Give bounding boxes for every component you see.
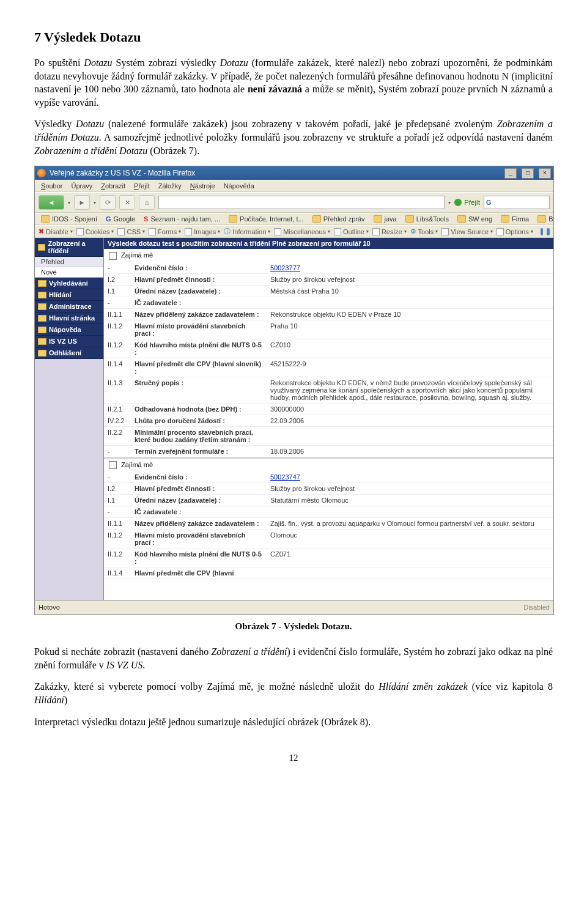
menubar-item[interactable]: Nápověda	[221, 182, 257, 190]
bookmark-item[interactable]: GGoogle	[103, 215, 138, 223]
table-row: II.1.4Hlavní předmět dle CPV (hlavní slo…	[104, 358, 553, 377]
paragraph-3: Pokud si necháte zobrazit (nastavení dan…	[34, 645, 553, 671]
bookmark-item[interactable]: Přehled zpráv	[310, 215, 367, 223]
row-value: 18.09.2006	[267, 445, 553, 457]
sidebar-head-isvz[interactable]: IS VZ US	[35, 336, 103, 347]
row-label: Hlavní předmět činnosti :	[131, 273, 267, 285]
devtool-item[interactable]: ✖Disable▾	[39, 227, 73, 235]
sidebar-head-odhlaseni[interactable]: Odhlášení	[35, 347, 103, 359]
table-row: II.1.3Stručný popis :Rekonstrukce objekt…	[104, 377, 553, 403]
row-key: II.1.1	[104, 308, 131, 320]
page-content: Zobrazení a třídění Přehled Nové Vyhledá…	[35, 238, 553, 600]
menubar-item[interactable]: Záložky	[156, 182, 184, 190]
paragraph-2: Výsledky Dotazu (nalezené formuláře zaká…	[34, 117, 553, 157]
indicator-icon	[541, 228, 544, 235]
row-key: -	[104, 297, 131, 308]
maximize-button[interactable]: □	[522, 168, 534, 179]
record-1-table: -Evidenční číslo :50023777I.2Hlavní před…	[104, 262, 553, 457]
zajima-row: Zajímá mě	[104, 249, 553, 262]
bookmark-item[interactable]: SW eng	[455, 215, 495, 223]
devtool-item[interactable]: View Source▾	[441, 228, 493, 235]
sidebar-head-hlavni[interactable]: Hlavní stránka	[35, 312, 103, 324]
go-button[interactable]: Přejít	[454, 199, 480, 206]
close-button[interactable]: ×	[539, 168, 551, 179]
zajima-checkbox[interactable]	[109, 461, 117, 469]
sidebar-head-napoveda[interactable]: Nápověda	[35, 324, 103, 336]
devtool-item[interactable]: Images▾	[185, 228, 220, 235]
devtool-item[interactable]: Miscellaneous▾	[274, 228, 330, 235]
devtool-item[interactable]: Forms▾	[149, 228, 181, 235]
row-key: II.1.4	[104, 358, 131, 377]
row-key: II.2.1	[104, 403, 131, 415]
bookmark-item[interactable]: java	[371, 215, 399, 223]
evidence-link[interactable]: 50023777	[270, 264, 300, 272]
home-button[interactable]: ⌂	[139, 195, 155, 210]
menubar-item[interactable]: Zobrazit	[98, 182, 128, 190]
row-key: II.1.3	[104, 377, 131, 403]
bookmarks-toolbar: IDOS - Spojení GGoogle SSeznam - najdu t…	[35, 213, 553, 225]
table-row: II.1.4Hlavní předmět dle CPV (hlavní	[104, 567, 553, 579]
row-label: Stručný popis :	[131, 377, 267, 403]
search-box[interactable]: G	[484, 196, 550, 209]
figure-caption: Obrázek 7 - Výsledek Dotazu.	[34, 621, 553, 632]
row-key: II.1.1	[104, 518, 131, 530]
row-value: 300000000	[267, 403, 553, 415]
table-row: II.1.2Kód hlavního místa plnění dle NUTS…	[104, 339, 553, 358]
sidebar-sub-prehled[interactable]: Přehled	[35, 257, 103, 267]
menubar-item[interactable]: Nástroje	[188, 182, 218, 190]
address-bar[interactable]	[158, 196, 445, 209]
row-value: Praha 10	[267, 320, 553, 339]
sidebar-head-administrace[interactable]: Administrace	[35, 301, 103, 312]
status-right: Disabled	[523, 604, 550, 611]
row-value	[267, 426, 553, 445]
row-label: IČ zadavatele :	[131, 297, 267, 308]
forward-button[interactable]: ►	[74, 195, 90, 210]
menubar-item[interactable]: Soubor	[39, 182, 65, 190]
row-label: Lhůta pro doručení žádostí :	[131, 415, 267, 426]
zajima-checkbox[interactable]	[109, 252, 117, 260]
row-value: Služby pro širokou veřejnost	[267, 483, 553, 495]
menubar-item[interactable]: Přejít	[131, 182, 152, 190]
bookmark-item[interactable]: Libs&Tools	[403, 215, 451, 223]
heading: 7 Výsledek Dotazu	[34, 29, 553, 45]
row-key: II.1.4	[104, 567, 131, 579]
row-value: Rekonstrukce objektu KD EDEN, v němž bud…	[267, 377, 553, 403]
row-label: Minimální procento stavebních prací, kte…	[131, 426, 267, 445]
statusbar: Hotovo Disabled	[35, 600, 553, 615]
bookmark-item[interactable]: Firma	[498, 215, 531, 223]
devtool-item[interactable]: Outline▾	[334, 228, 369, 235]
table-row: II.1.2Kód hlavního místa plnění dle NUTS…	[104, 549, 553, 567]
devtool-item[interactable]: CSS▾	[117, 228, 145, 235]
bookmark-item[interactable]: SSeznam - najdu tam, ...	[141, 215, 223, 223]
webdev-toolbar: ✖Disable▾ Cookies▾ CSS▾ Forms▾ Images▾ ⓘ…	[35, 225, 553, 238]
bookmark-item[interactable]: Bydleni	[535, 215, 553, 223]
nav-toolbar: ◄▾ ►▾ ⟳ ✕ ⌂ ▾ Přejít G	[35, 192, 553, 213]
table-row: II.1.2Hlavní místo provádění stavebních …	[104, 320, 553, 339]
reload-button[interactable]: ⟳	[100, 195, 116, 210]
sidebar-head-vyhledavani[interactable]: Vyhledávání	[35, 278, 103, 289]
back-button[interactable]: ◄	[39, 195, 64, 210]
devtool-item[interactable]: ⚙Tools▾	[410, 227, 438, 235]
menubar-item[interactable]: Úpravy	[68, 182, 95, 190]
row-key: IV.2.2	[104, 415, 131, 426]
bookmark-item[interactable]: IDOS - Spojení	[39, 215, 100, 223]
sidebar-sub-nove[interactable]: Nové	[35, 267, 103, 278]
menubar: Soubor Úpravy Zobrazit Přejít Záložky Ná…	[35, 180, 553, 192]
row-label: Evidenční číslo :	[131, 471, 267, 483]
paragraph-1: Po spuštění Dotazu Systém zobrazí výsled…	[34, 56, 553, 109]
devtool-item[interactable]: Cookies▾	[76, 228, 114, 235]
row-label: Odhadovaná hodnota (bez DPH) :	[131, 403, 267, 415]
devtool-item[interactable]: Options▾	[497, 228, 533, 235]
table-row: -Evidenční číslo :50023747	[104, 471, 553, 483]
bookmark-item[interactable]: Počítače, Internet, t...	[226, 215, 306, 223]
evidence-link[interactable]: 50023747	[270, 473, 300, 481]
stop-button[interactable]: ✕	[119, 195, 135, 210]
row-label: Termín zveřejnění formuláře :	[131, 445, 267, 457]
devtool-item[interactable]: ⓘInformation▾	[224, 227, 270, 236]
row-label: Hlavní předmět činnosti :	[131, 483, 267, 495]
sidebar-head-zobrazeni[interactable]: Zobrazení a třídění	[35, 238, 103, 257]
devtool-item[interactable]: Resize▾	[372, 228, 407, 235]
minimize-button[interactable]: _	[504, 168, 517, 179]
row-label: Hlavní místo provádění stavebních prací …	[131, 320, 267, 339]
sidebar-head-hlidani[interactable]: Hlídání	[35, 289, 103, 301]
